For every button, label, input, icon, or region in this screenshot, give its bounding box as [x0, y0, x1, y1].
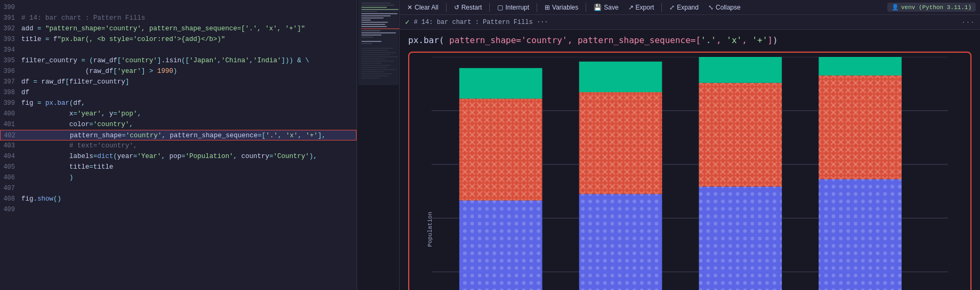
svg-rect-56	[579, 92, 662, 194]
collapse-button[interactable]: ⤡ Collapse	[705, 3, 744, 12]
code-line-403: 403 # text='country',	[0, 140, 357, 151]
variables-icon: ⊞	[545, 4, 550, 11]
chart-svg: 0 0.5B 1B 1.5B 2B 2.5B	[432, 57, 966, 290]
restart-button[interactable]: ↺ Restart	[451, 3, 485, 12]
export-button[interactable]: ↗ Export	[625, 3, 658, 12]
chart-container: Population 0 0.5B 1B 1.5B 2B 2.	[408, 52, 971, 290]
toolbar-separator-3	[537, 3, 537, 12]
code-line-390: 390	[0, 2, 357, 13]
code-line-406: 406 )	[0, 172, 357, 183]
restart-icon: ↺	[454, 4, 459, 11]
svg-rect-64	[819, 179, 902, 290]
expand-button[interactable]: ⤢ Expand	[666, 3, 702, 12]
svg-rect-67	[819, 57, 902, 76]
cell-check-icon: ✓	[405, 18, 409, 27]
export-icon: ↗	[628, 4, 634, 11]
toolbar-separator-1	[446, 3, 447, 12]
code-area: 390 391 # 14: bar chart : Pattern Fills …	[0, 0, 357, 290]
python-icon: 👤	[892, 4, 899, 11]
clear-all-button[interactable]: ✕ Clear All	[404, 3, 442, 12]
code-line-395: 395 filter_country = (raw_df['country'].…	[0, 55, 357, 66]
code-line-394: 394	[0, 45, 357, 55]
code-line-399: 399 fig = px.bar(df,	[0, 98, 357, 109]
x-icon: ✕	[407, 4, 412, 11]
toolbar: ✕ Clear All ↺ Restart ▢ Interrupt ⊞ Vari…	[400, 0, 980, 15]
svg-rect-66	[819, 76, 902, 179]
save-button[interactable]: 💾 Save	[590, 3, 621, 12]
expand-icon: ⤢	[669, 4, 675, 11]
collapse-icon: ⤡	[708, 4, 714, 11]
code-line-408: 408 fig.show()	[0, 194, 357, 204]
minimap	[357, 0, 400, 290]
code-line-396: 396 (raw_df['year'] > 1990)	[0, 66, 357, 77]
toolbar-right-area: 👤 venv (Python 3.11.1)	[887, 3, 976, 12]
cell-bar: ✓ # 14: bar chart : Pattern Fills ··· ··…	[400, 15, 980, 30]
code-line-405: 405 title=title	[0, 162, 357, 172]
venv-badge: 👤 venv (Python 3.11.1)	[887, 3, 976, 12]
editor-panel: 390 391 # 14: bar chart : Pattern Fills …	[0, 0, 357, 290]
svg-rect-35	[358, 0, 399, 85]
code-line-407: 407	[0, 183, 357, 194]
interrupt-button[interactable]: ▢ Interrupt	[494, 3, 532, 12]
svg-rect-61	[699, 83, 782, 187]
code-line-401: 401 color='country',	[0, 119, 357, 130]
output-content: px.bar( pattern_shape='country', pattern…	[400, 30, 980, 290]
svg-rect-59	[699, 187, 782, 290]
formula-display: px.bar( pattern_shape='country', pattern…	[408, 35, 971, 45]
cell-more-button[interactable]: ···	[961, 18, 975, 27]
code-line-409: 409	[0, 204, 357, 215]
svg-rect-51	[459, 98, 542, 200]
code-line-402: 402 pattern_shape='country', pattern_sha…	[0, 130, 357, 140]
variables-button[interactable]: ⊞ Variables	[541, 3, 581, 12]
toolbar-separator-2	[489, 3, 490, 12]
save-icon: 💾	[594, 4, 602, 11]
code-line-393: 393 title = f"px.bar(, <b style='color:r…	[0, 34, 357, 45]
code-line-398: 398 df	[0, 87, 357, 98]
svg-rect-54	[579, 194, 662, 290]
output-panel: ✕ Clear All ↺ Restart ▢ Interrupt ⊞ Vari…	[400, 0, 980, 290]
code-line-400: 400 x='year', y='pop',	[0, 109, 357, 119]
interrupt-icon: ▢	[497, 4, 503, 11]
code-line-391: 391 # 14: bar chart : Pattern Fills	[0, 13, 357, 23]
code-line-404: 404 labels=dict(year='Year', pop='Popula…	[0, 151, 357, 162]
toolbar-separator-5	[661, 3, 662, 12]
svg-rect-52	[459, 68, 542, 98]
code-line-392: 392 add = "pattern_shape='country', patt…	[0, 23, 357, 34]
svg-rect-49	[459, 201, 542, 290]
svg-rect-62	[699, 57, 782, 83]
toolbar-separator-4	[586, 3, 586, 12]
code-line-397: 397 df = raw_df[filter_country]	[0, 77, 357, 87]
chart-wrapper: Population 0 0.5B 1B 1.5B 2B 2.	[408, 52, 971, 290]
svg-rect-57	[579, 62, 662, 92]
y-axis-label: Population	[427, 212, 433, 247]
